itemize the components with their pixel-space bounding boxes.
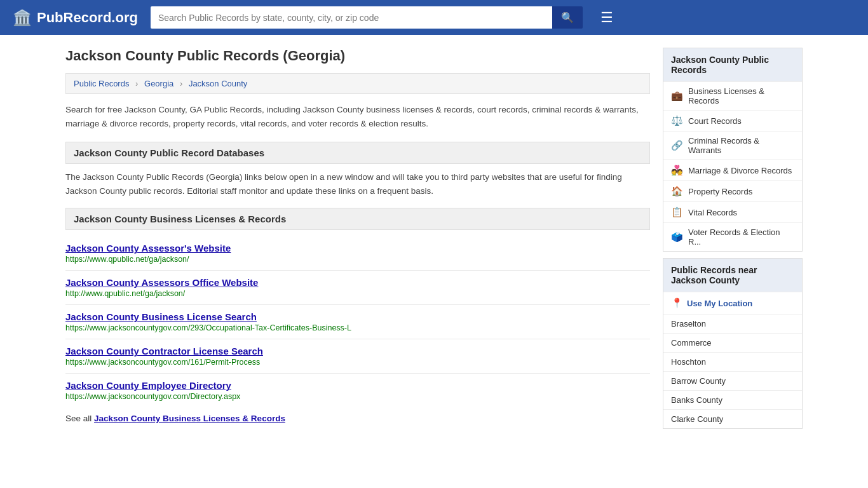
- sidebar-link-business[interactable]: Business Licenses & Records: [688, 86, 794, 105]
- sidebar-nearby-hoschton[interactable]: Hoschton: [663, 352, 802, 371]
- record-title-1: Jackson County Assessor's Website: [65, 243, 650, 254]
- see-all-text: See all: [65, 414, 94, 423]
- page-description: Search for free Jackson County, GA Publi…: [65, 103, 650, 130]
- databases-description: The Jackson County Public Records (Georg…: [65, 170, 650, 198]
- breadcrumb: Public Records › Georgia › Jackson Count…: [65, 73, 650, 94]
- record-link-3[interactable]: Jackson County Business License Search: [65, 311, 257, 322]
- record-link-5[interactable]: Jackson County Employee Directory: [65, 380, 231, 391]
- page-title: Jackson County Public Records (Georgia): [65, 48, 650, 64]
- sidebar-nearby-braselton[interactable]: Braselton: [663, 314, 802, 333]
- content-area: Jackson County Public Records (Georgia) …: [65, 48, 650, 435]
- voter-icon: 🗳️: [671, 231, 683, 243]
- sidebar-records-title: Jackson County Public Records: [663, 48, 802, 81]
- sidebar-link-vital[interactable]: Vital Records: [688, 208, 737, 217]
- record-entry-5: Jackson County Employee Directory https:…: [65, 374, 650, 407]
- marriage-icon: 💑: [671, 165, 683, 176]
- breadcrumb-sep-1: ›: [135, 79, 138, 88]
- record-entry-3: Jackson County Business License Search h…: [65, 305, 650, 339]
- record-url-4: https://www.jacksoncountygov.com/161/Per…: [65, 358, 650, 367]
- sidebar-nearby-clarke[interactable]: Clarke County: [663, 409, 802, 428]
- sidebar-link-criminal[interactable]: Criminal Records & Warrants: [688, 136, 794, 155]
- record-title-5: Jackson County Employee Directory: [65, 380, 650, 391]
- sidebar-link-court[interactable]: Court Records: [688, 116, 742, 126]
- use-location-label: Use My Location: [687, 299, 752, 308]
- criminal-icon: 🔗: [671, 140, 683, 151]
- sidebar-link-property[interactable]: Property Records: [688, 187, 752, 196]
- logo-icon: 🏛️: [13, 9, 32, 27]
- vital-icon: 📋: [671, 207, 683, 218]
- record-url-1: https://www.qpublic.net/ga/jackson/: [65, 255, 650, 264]
- record-link-1[interactable]: Jackson County Assessor's Website: [65, 243, 231, 254]
- databases-heading: Jackson County Public Record Databases: [65, 142, 650, 164]
- site-header: 🏛️ PubRecord.org 🔍 ☰: [0, 0, 868, 35]
- logo-text: PubRecord.org: [37, 10, 138, 26]
- sidebar-records-box: Jackson County Public Records 💼 Business…: [663, 48, 803, 252]
- record-url-5: https://www.jacksoncountygov.com/Directo…: [65, 392, 650, 401]
- sidebar-use-location[interactable]: 📍 Use My Location: [663, 292, 802, 314]
- search-input[interactable]: [151, 6, 552, 29]
- property-icon: 🏠: [671, 186, 683, 197]
- see-all: See all Jackson County Business Licenses…: [65, 414, 650, 423]
- business-icon: 💼: [671, 90, 683, 102]
- location-icon: 📍: [671, 297, 683, 309]
- record-entry-4: Jackson County Contractor License Search…: [65, 339, 650, 374]
- record-link-4[interactable]: Jackson County Contractor License Search: [65, 346, 263, 356]
- sidebar-nearby-commerce[interactable]: Commerce: [663, 333, 802, 352]
- court-icon: ⚖️: [671, 115, 683, 126]
- sidebar-link-marriage[interactable]: Marriage & Divorce Records: [688, 166, 792, 175]
- sidebar-item-business[interactable]: 💼 Business Licenses & Records: [663, 81, 802, 110]
- sidebar-item-vital[interactable]: 📋 Vital Records: [663, 201, 802, 222]
- sidebar-link-voter[interactable]: Voter Records & Election R...: [688, 227, 794, 247]
- breadcrumb-georgia[interactable]: Georgia: [144, 79, 173, 88]
- record-entries: Jackson County Assessor's Website https:…: [65, 236, 650, 407]
- record-entry-1: Jackson County Assessor's Website https:…: [65, 236, 650, 271]
- breadcrumb-jackson-county[interactable]: Jackson County: [189, 79, 248, 88]
- main-container: Jackson County Public Records (Georgia) …: [53, 35, 815, 448]
- sidebar-item-voter[interactable]: 🗳️ Voter Records & Election R...: [663, 222, 802, 251]
- search-icon: 🔍: [561, 12, 574, 23]
- breadcrumb-sep-2: ›: [180, 79, 182, 88]
- sidebar: Jackson County Public Records 💼 Business…: [663, 48, 803, 435]
- sidebar-nearby-banks[interactable]: Banks County: [663, 390, 802, 409]
- menu-icon: ☰: [600, 10, 613, 25]
- sidebar-item-criminal[interactable]: 🔗 Criminal Records & Warrants: [663, 131, 802, 159]
- sidebar-nearby-box: Public Records near Jackson County 📍 Use…: [663, 258, 803, 429]
- see-all-link[interactable]: Jackson County Business Licenses & Recor…: [94, 414, 285, 423]
- record-url-3: https://www.jacksoncountygov.com/293/Occ…: [65, 323, 650, 332]
- record-title-3: Jackson County Business License Search: [65, 311, 650, 322]
- search-button[interactable]: 🔍: [552, 6, 583, 29]
- record-url-2: http://www.qpublic.net/ga/jackson/: [65, 289, 650, 298]
- record-entry-2: Jackson County Assessors Office Website …: [65, 271, 650, 305]
- breadcrumb-public-records[interactable]: Public Records: [74, 79, 129, 88]
- record-title-4: Jackson County Contractor License Search: [65, 346, 650, 356]
- search-bar: 🔍: [151, 6, 583, 29]
- menu-button[interactable]: ☰: [600, 10, 613, 26]
- sidebar-nearby-title: Public Records near Jackson County: [663, 259, 802, 292]
- sidebar-item-property[interactable]: 🏠 Property Records: [663, 180, 802, 201]
- record-link-2[interactable]: Jackson County Assessors Office Website: [65, 277, 258, 288]
- business-heading: Jackson County Business Licenses & Recor…: [65, 208, 650, 230]
- record-title-2: Jackson County Assessors Office Website: [65, 277, 650, 288]
- site-logo[interactable]: 🏛️ PubRecord.org: [13, 9, 138, 27]
- sidebar-item-court[interactable]: ⚖️ Court Records: [663, 110, 802, 131]
- sidebar-nearby-barrow[interactable]: Barrow County: [663, 371, 802, 390]
- sidebar-item-marriage[interactable]: 💑 Marriage & Divorce Records: [663, 159, 802, 180]
